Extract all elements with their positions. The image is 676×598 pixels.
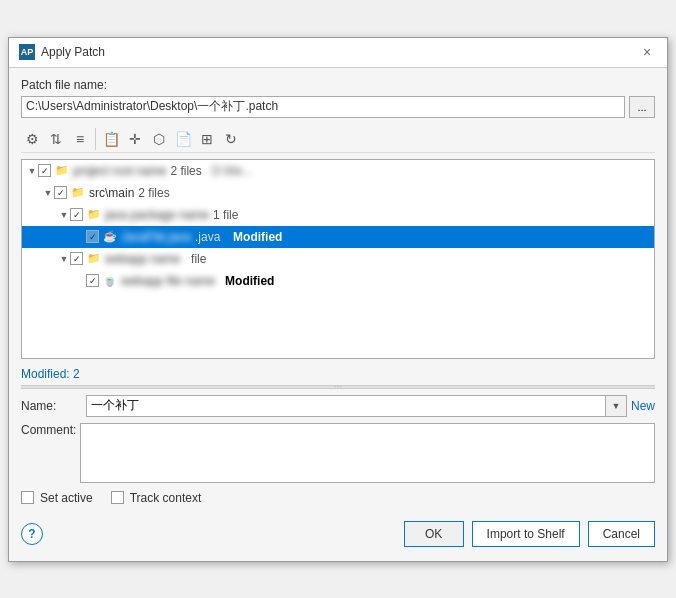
patch-file-label: Patch file name: [21, 78, 655, 92]
status-text: Modified: 2 [21, 367, 80, 381]
toolbar: ⚙ ⇅ ≡ 📋 ✛ ⬡ 📄 ⊞ ↻ [21, 126, 655, 153]
tree-row[interactable]: ▼ 📁 project root name 2 files D:\lite... [22, 160, 654, 182]
import-to-shelf-button[interactable]: Import to Shelf [472, 521, 580, 547]
tree-checkbox[interactable] [54, 186, 67, 199]
folder-icon: 📁 [54, 163, 70, 179]
expand-icon[interactable] [74, 275, 86, 287]
track-context-label: Track context [130, 491, 202, 505]
dialog-title: Apply Patch [41, 45, 105, 59]
tree-checkbox[interactable] [38, 164, 51, 177]
dialog-body: Patch file name: ... ⚙ ⇅ ≡ 📋 ✛ ⬡ 📄 ⊞ ↻ ▼ [9, 68, 667, 561]
tree-row[interactable]: 🍵 webapp file name Modified [22, 270, 654, 292]
expand-icon[interactable]: ▼ [58, 209, 70, 221]
name-input-wrapper: ▼ New [86, 395, 655, 417]
divider: ··· [21, 385, 655, 389]
apply-patch-dialog: AP Apply Patch × Patch file name: ... ⚙ … [8, 37, 668, 562]
tree-node-name: JavaFile.java [121, 230, 191, 244]
settings-icon[interactable]: ⚙ [21, 128, 43, 150]
tree-node-badge: Modified [225, 274, 274, 288]
tree-node-name: src\main [89, 186, 134, 200]
name-input[interactable] [86, 395, 605, 417]
expand-icon[interactable]: ▼ [42, 187, 54, 199]
track-context-checkbox[interactable] [111, 491, 124, 504]
tree-node-name: project root name [73, 164, 166, 178]
tree-node-name: webapp file name [121, 274, 215, 288]
browse-button[interactable]: ... [629, 96, 655, 118]
patch-file-input[interactable] [21, 96, 625, 118]
tree-row[interactable]: ▼ 📁 java package name 1 file [22, 204, 654, 226]
tree-node-meta: file [184, 252, 206, 266]
tree-node-meta: .java [195, 230, 220, 244]
move-icon[interactable]: ✛ [124, 128, 146, 150]
name-row: Name: ▼ New [21, 395, 655, 417]
tree-row[interactable]: ▼ 📁 src\main 2 files [22, 182, 654, 204]
folder-icon: 📁 [86, 207, 102, 223]
tree-node-name: java package name [105, 208, 209, 222]
title-bar-left: AP Apply Patch [19, 44, 105, 60]
help-button[interactable]: ? [21, 523, 43, 545]
paste-icon[interactable]: 📄 [172, 128, 194, 150]
select-icon[interactable]: 📋 [100, 128, 122, 150]
set-active-label: Set active [40, 491, 93, 505]
button-row: ? OK Import to Shelf Cancel [21, 515, 655, 551]
ok-button[interactable]: OK [404, 521, 464, 547]
expand-all-icon[interactable]: ⇅ [45, 128, 67, 150]
tree-checkbox[interactable] [86, 274, 99, 287]
folder-icon: 📁 [70, 185, 86, 201]
collapse-all-icon[interactable]: ≡ [69, 128, 91, 150]
expand-icon[interactable]: ▼ [26, 165, 38, 177]
expand-icon[interactable] [74, 231, 86, 243]
name-dropdown-label: New [631, 399, 655, 413]
tree-checkbox[interactable] [70, 252, 83, 265]
button-row-right: OK Import to Shelf Cancel [404, 521, 655, 547]
copy-icon[interactable]: ⬡ [148, 128, 170, 150]
tree-node-meta: 1 file [213, 208, 238, 222]
file-tree[interactable]: ▼ 📁 project root name 2 files D:\lite...… [21, 159, 655, 359]
name-label: Name: [21, 399, 86, 413]
checkbox-row: Set active Track context [21, 491, 655, 505]
name-dropdown-button[interactable]: ▼ [605, 395, 627, 417]
folder-icon: 📁 [86, 251, 102, 267]
tree-node-name: webapp name [105, 252, 180, 266]
tree-row[interactable]: ▼ 📁 webapp name file [22, 248, 654, 270]
tree-row[interactable]: ☕ JavaFile.java .java Modified [22, 226, 654, 248]
close-button[interactable]: × [637, 42, 657, 62]
xml-file-icon: 🍵 [102, 273, 118, 289]
comment-label: Comment: [21, 423, 80, 437]
tree-checkbox[interactable] [86, 230, 99, 243]
cancel-button[interactable]: Cancel [588, 521, 655, 547]
refresh-icon[interactable]: ↻ [220, 128, 242, 150]
tree-node-meta: 2 files D:\lite... [170, 164, 252, 178]
set-active-checkbox[interactable] [21, 491, 34, 504]
title-bar: AP Apply Patch × [9, 38, 667, 68]
tree-checkbox[interactable] [70, 208, 83, 221]
expand-icon[interactable]: ▼ [58, 253, 70, 265]
toolbar-separator-1 [95, 128, 96, 150]
tree-node-badge: Modified [226, 230, 282, 244]
dialog-icon: AP [19, 44, 35, 60]
patch-file-row: ... [21, 96, 655, 118]
tree-node-meta: 2 files [138, 186, 169, 200]
comment-input[interactable] [80, 423, 655, 483]
comment-row: Comment: [21, 423, 655, 483]
diff-icon[interactable]: ⊞ [196, 128, 218, 150]
java-file-icon: ☕ [102, 229, 118, 245]
